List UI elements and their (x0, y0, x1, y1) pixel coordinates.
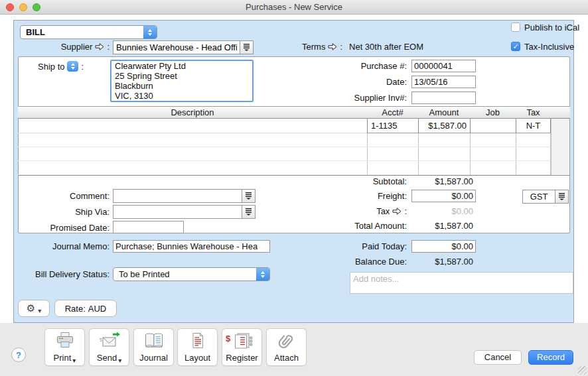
cell-acct[interactable]: 1-1135 (367, 119, 418, 133)
register-label: Register (226, 353, 257, 363)
table-row[interactable] (18, 133, 570, 147)
comment-label: Comment: (13, 191, 110, 201)
journal-memo-input[interactable] (113, 240, 270, 253)
purchase-no-label: Purchase #: (292, 61, 407, 71)
cancel-button[interactable]: Cancel (474, 350, 522, 365)
paid-today-label: Paid Today: (292, 241, 407, 251)
row-gutter (551, 119, 569, 133)
supplier-inv-label: Supplier Inv#: (292, 93, 407, 103)
transaction-type-select[interactable]: BILL (20, 25, 157, 39)
record-button[interactable]: Record (528, 350, 573, 365)
total-amount-value: $1,587.00 (398, 221, 473, 231)
tax-inclusive-label: Tax-Inclusive (524, 42, 574, 52)
attach-button[interactable]: Attach (266, 328, 307, 366)
line-items-header: Description Acct# Amount Job Tax (18, 106, 570, 119)
subtotal-label: Subtotal: (292, 176, 407, 186)
chevron-down-icon: ▾ (72, 357, 76, 364)
cell-job[interactable] (470, 119, 516, 133)
chevron-down-icon: ▾ (118, 357, 121, 364)
publish-ical-label: Publish to iCal (524, 23, 579, 32)
register-icon: $ (222, 332, 261, 351)
journal-memo-label: Journal Memo: (13, 241, 110, 251)
supplier-list-button[interactable] (240, 41, 253, 54)
ship-via-list-button[interactable] (242, 206, 255, 218)
col-amount: Amount (418, 107, 470, 118)
gear-icon: ⚙ (27, 302, 35, 314)
ship-to-address[interactable]: Clearwater Pty Ltd 25 Spring Street Blac… (110, 60, 254, 102)
cell-amount[interactable]: $1,587.00 (418, 119, 470, 133)
subtotal-value: $1,587.00 (398, 176, 473, 186)
terms-colon: : (340, 42, 342, 52)
layout-button[interactable]: Layout (177, 328, 218, 366)
balance-due-label: Balance Due: (292, 257, 407, 267)
rate-button[interactable]: Rate: AUD (54, 300, 117, 317)
comment-list-button[interactable] (242, 190, 255, 202)
help-button[interactable]: ? (11, 347, 26, 362)
rate-label: Rate: (65, 304, 86, 314)
supplier-inv-input[interactable] (411, 92, 476, 104)
help-label: ? (16, 350, 21, 360)
settings-menu-button[interactable]: ⚙ ▾ (18, 300, 50, 317)
comment-input[interactable] (113, 190, 242, 202)
stepper-icon (143, 26, 157, 38)
tax-code-list-button[interactable] (555, 190, 568, 203)
date-input[interactable] (411, 76, 476, 88)
purchase-no-input[interactable] (411, 60, 476, 72)
ship-to-stepper[interactable] (67, 61, 78, 72)
tax-inclusive-checkbox[interactable]: ✓ (511, 42, 520, 51)
resize-grip[interactable] (578, 366, 587, 375)
notes-textarea[interactable] (350, 272, 573, 294)
terms-label: Terms (302, 42, 325, 52)
supplier-zoom-arrow-icon[interactable] (95, 43, 104, 50)
journal-button[interactable]: Journal (133, 328, 174, 366)
col-acct: Acct# (367, 107, 418, 118)
col-gutter (551, 107, 570, 118)
supplier-input[interactable] (113, 41, 240, 54)
send-label: Send (97, 353, 117, 363)
cell-description[interactable] (18, 119, 367, 133)
publish-ical-checkbox[interactable] (511, 23, 520, 32)
ship-via-label: Ship Via: (13, 207, 110, 217)
cell-tax[interactable]: N-T (516, 119, 551, 133)
attach-label: Attach (274, 353, 299, 363)
tax-code-combo[interactable]: GST (522, 190, 569, 204)
promised-date-label: Promised Date: (13, 223, 110, 233)
terms-zoom-arrow-icon[interactable] (328, 43, 337, 50)
promised-date-input[interactable] (113, 221, 184, 233)
paperclip-icon (267, 332, 306, 351)
freight-input[interactable] (411, 190, 476, 202)
ship-to-label: Ship to (38, 62, 64, 72)
send-email-icon (90, 332, 129, 351)
rate-value: AUD (88, 304, 106, 314)
print-button[interactable]: Print▾ (44, 328, 85, 366)
title-bar: Purchases - New Service (0, 0, 588, 15)
ship-via-combo[interactable] (113, 205, 256, 219)
register-button[interactable]: $ Register (222, 328, 262, 366)
layout-label: Layout (184, 353, 210, 363)
date-label: Date: (292, 77, 407, 87)
tax-label: Tax (376, 206, 390, 216)
layout-page-icon (178, 332, 217, 351)
paid-today-input[interactable] (411, 240, 476, 253)
bill-delivery-select[interactable]: To be Printed (113, 267, 270, 281)
ship-to-row: Ship to : (38, 61, 84, 72)
supplier-label-row: Supplier : (37, 42, 110, 52)
ship-to-colon: : (81, 62, 84, 72)
supplier-colon: : (107, 42, 110, 52)
balance-due-value: $1,587.00 (398, 257, 473, 267)
address-line: 25 Spring Street (115, 71, 249, 81)
supplier-combo[interactable] (113, 40, 254, 54)
table-row[interactable]: 1-1135 $1,587.00 N-T (18, 119, 570, 133)
dollar-glyph: $ (226, 334, 230, 344)
print-label: Print (54, 353, 72, 363)
tax-label-row: Tax : (292, 206, 407, 216)
send-button[interactable]: Send▾ (89, 328, 129, 366)
terms-value: Net 30th after EOM (349, 42, 423, 52)
comment-combo[interactable] (113, 189, 256, 203)
journal-book-icon (134, 332, 173, 351)
table-row[interactable] (18, 147, 570, 161)
table-row[interactable] (18, 161, 570, 175)
ship-via-input[interactable] (113, 206, 242, 218)
journal-label: Journal (139, 353, 168, 363)
col-tax: Tax (516, 107, 551, 118)
